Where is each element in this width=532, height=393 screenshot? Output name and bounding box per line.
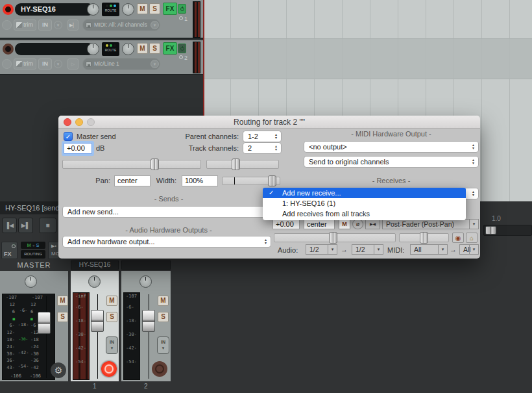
midi-mode-dropdown[interactable]: Send to original channels (304, 156, 479, 168)
stepper-arrows-icon[interactable] (261, 237, 270, 246)
master-fader[interactable] (38, 312, 51, 334)
slider-thumb[interactable] (268, 175, 276, 186)
audio-from-dropdown[interactable]: 1/2 (306, 244, 337, 255)
gear-icon[interactable]: ⚙ (51, 362, 66, 378)
master-mute-button[interactable]: M (57, 296, 68, 306)
master-routing-button[interactable]: ROUTING (21, 250, 45, 259)
fx-bypass-button[interactable] (178, 4, 186, 14)
master-send-checkbox[interactable]: ✓ (64, 132, 73, 141)
peak-readout[interactable]: -107 (6, 295, 17, 300)
record-arm-button[interactable] (3, 44, 14, 55)
width-field[interactable]: 100% (182, 175, 218, 186)
input-source-pill[interactable]: MIDI: All: All channels (82, 19, 160, 31)
send-volume-field[interactable]: +0.00 (64, 143, 92, 154)
minimize-button[interactable] (75, 118, 83, 126)
pan-knob[interactable] (122, 3, 134, 16)
mute-button[interactable]: M (137, 43, 148, 54)
envelope-button[interactable] (2, 20, 12, 30)
stop-button[interactable]: ■ (39, 218, 56, 233)
master-solo-button[interactable]: S (57, 312, 68, 322)
input-button[interactable]: IN (38, 19, 52, 31)
slider-thumb[interactable] (151, 158, 159, 170)
mute-button[interactable]: M (106, 296, 117, 306)
track-name[interactable]: HY-SEQ16 (15, 3, 94, 16)
master-pan-knob[interactable] (25, 275, 37, 288)
fader-track[interactable] (97, 294, 98, 379)
master-mute-led[interactable]: M (27, 243, 31, 247)
send-pan-slider[interactable] (206, 160, 279, 169)
trim-button[interactable]: trim (14, 58, 36, 70)
menu-item-add-new-receive[interactable]: ✓ Add new receive... (263, 188, 466, 198)
zoom-button[interactable] (87, 118, 95, 126)
record-arm-button[interactable] (3, 4, 14, 15)
receive-phase-button[interactable]: ø (352, 219, 363, 229)
mixer-track-name[interactable] (121, 260, 171, 270)
rms-readout[interactable]: -106 (30, 374, 41, 379)
receive-mute-button[interactable]: M (339, 219, 350, 229)
add-send-dropdown[interactable]: Add new send... (62, 206, 271, 218)
slider-thumb[interactable] (232, 158, 240, 170)
fx-button[interactable]: FX (163, 3, 177, 15)
channel-fader[interactable] (91, 310, 104, 332)
source-menu-arrow-icon[interactable]: ▼ (151, 60, 159, 68)
solo-button[interactable]: S (106, 312, 117, 322)
receive-volume-field[interactable]: +0.00 (272, 219, 300, 229)
stepper-arrows-icon[interactable] (469, 157, 478, 166)
volume-knob[interactable] (87, 3, 99, 16)
pan-field[interactable]: center (114, 175, 151, 186)
stepper-arrows-icon[interactable] (272, 144, 280, 153)
slider-thumb[interactable] (329, 232, 337, 244)
track-panel-2[interactable]: ROUTE M S FX trim IN ▼ ▷ Mic/Line 1 ▼ 2 (0, 40, 203, 75)
send-volume-slider[interactable] (62, 160, 201, 169)
width-slider[interactable] (222, 177, 280, 185)
go-end-button[interactable]: ▶▌ (18, 218, 33, 233)
receive-mono-button[interactable]: ▶◀ (365, 219, 380, 229)
add-hardware-output-dropdown[interactable]: Add new hardware output... (62, 236, 271, 247)
route-button[interactable]: ROUTE (102, 42, 119, 56)
rms-readout[interactable]: -106 (10, 374, 21, 379)
send-to-parent-icon[interactable]: ⌂ (466, 233, 478, 243)
wet-slider[interactable] (483, 225, 532, 236)
midi-plug-icon[interactable]: ◉ (452, 233, 464, 243)
input-menu-arrow-icon[interactable]: ▼ (54, 21, 62, 29)
audio-to-dropdown[interactable]: 1/2 (352, 244, 383, 255)
trim-button[interactable]: trim (14, 19, 36, 31)
master-solo-led[interactable]: S (36, 243, 40, 247)
volume-knob[interactable] (87, 43, 99, 55)
solo-button[interactable]: S (158, 312, 169, 322)
input-button[interactable]: IN (38, 58, 52, 70)
channel-fader[interactable] (142, 310, 155, 332)
peak-readout[interactable]: -107 (32, 295, 43, 300)
envelope-button[interactable] (2, 59, 12, 69)
solo-button[interactable]: S (149, 43, 160, 54)
peak-readout[interactable]: -107 (126, 294, 137, 299)
mute-button[interactable]: M (137, 3, 148, 14)
receive-volume-slider[interactable] (274, 233, 396, 242)
stepper-arrows-icon[interactable] (272, 132, 280, 141)
fx-button[interactable]: FX (163, 42, 177, 55)
pan-knob[interactable] (88, 275, 101, 288)
pan-knob[interactable] (122, 43, 134, 55)
master-fx-button[interactable]: FX (1, 242, 18, 259)
solo-button[interactable]: S (149, 3, 160, 14)
record-monitor-button[interactable]: ▷ (67, 58, 79, 70)
fx-bypass-button[interactable] (178, 44, 186, 53)
parent-channels-stepper[interactable]: 1-2 (243, 131, 282, 142)
pan-knob[interactable] (139, 275, 152, 288)
mute-button[interactable]: M (158, 296, 169, 306)
track-channels-stepper[interactable]: 2 (243, 142, 282, 154)
mixer-track-name[interactable]: HY-SEQ16 (71, 260, 119, 270)
stepper-arrows-icon[interactable] (469, 189, 478, 198)
fader-track[interactable] (46, 296, 47, 378)
wet-slider-thumb[interactable] (485, 226, 496, 235)
slider-thumb[interactable] (420, 232, 428, 244)
input-menu-arrow-icon[interactable]: ▼ (54, 60, 62, 68)
stepper-arrows-icon[interactable] (469, 142, 478, 151)
input-button[interactable]: IN ▼ (106, 336, 118, 354)
source-menu-arrow-icon[interactable]: ▼ (151, 21, 159, 29)
receive-mode-dropdown[interactable]: Post-Fader (Post-Pan) (382, 219, 479, 229)
route-button[interactable]: ROUTE (102, 3, 119, 16)
dialog-titlebar[interactable]: Routing for track 2 "" (58, 116, 480, 129)
record-arm-button[interactable] (152, 361, 167, 377)
menu-item-add-all[interactable]: Add receives from all tracks (263, 209, 466, 219)
